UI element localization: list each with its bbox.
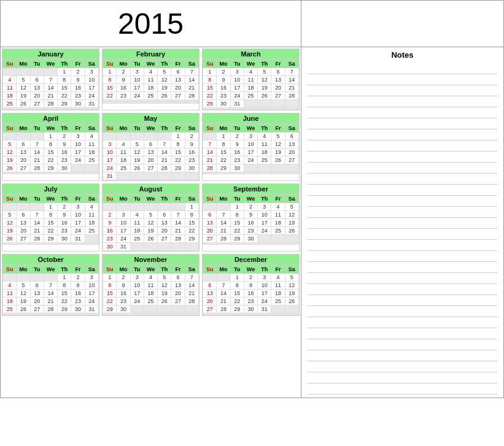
cal-day: 7: [30, 211, 44, 219]
cal-day: 16: [244, 219, 257, 227]
day-header-fr: Fr: [171, 125, 185, 133]
cal-day: 25: [130, 235, 144, 243]
cal-day: 27: [158, 235, 171, 243]
cal-day: 11: [271, 211, 285, 219]
cal-day: 14: [185, 282, 198, 290]
note-line[interactable]: [308, 372, 497, 383]
notes-title: Notes: [304, 50, 500, 60]
note-line[interactable]: [308, 383, 497, 394]
cal-day: 21: [171, 227, 185, 235]
cal-table-august: SuMoTuWeThFrSa12345678910111213141516171…: [103, 194, 199, 251]
cal-table-february: SuMoTuWeThFrSa12345678910111213141516171…: [103, 60, 199, 104]
note-line[interactable]: [308, 74, 497, 85]
note-line[interactable]: [308, 317, 497, 328]
note-line[interactable]: [308, 295, 497, 306]
note-line[interactable]: [308, 273, 497, 284]
cal-day: 27: [171, 298, 185, 306]
day-header-tu: Tu: [130, 195, 144, 203]
cal-day-empty: [285, 243, 298, 245]
cal-day: 1: [103, 274, 117, 282]
cal-day-empty: [271, 172, 285, 174]
cal-day: 26: [17, 306, 30, 313]
cal-day: [285, 100, 298, 108]
note-line[interactable]: [308, 174, 497, 185]
month-block-october: OctoberSuMoTuWeThFrSa1234567891011121314…: [2, 254, 99, 316]
cal-day: 29: [58, 100, 71, 108]
cal-day-empty: [217, 172, 230, 174]
cal-day: 2: [244, 274, 257, 282]
note-line[interactable]: [308, 107, 497, 118]
note-line[interactable]: [308, 284, 497, 295]
cal-day: 7: [44, 282, 57, 290]
note-line[interactable]: [308, 63, 497, 74]
note-line[interactable]: [308, 306, 497, 317]
cal-day: 8: [230, 282, 244, 290]
note-line[interactable]: [308, 85, 497, 96]
cal-day-empty: [230, 172, 244, 174]
cal-day: 26: [17, 100, 30, 108]
cal-day: 15: [103, 84, 117, 92]
note-line[interactable]: [308, 140, 497, 152]
cal-day: 4: [130, 211, 144, 219]
day-header-we: We: [144, 195, 157, 203]
month-block-december: DecemberSuMoTuWeThFrSa123456789101112131…: [202, 254, 300, 316]
cal-day: 26: [3, 235, 17, 243]
cal-day: 11: [3, 290, 17, 298]
cal-day: 6: [271, 68, 285, 76]
day-header-tu: Tu: [30, 125, 44, 133]
note-line[interactable]: [308, 152, 497, 163]
cal-day: 3: [258, 203, 271, 211]
cal-day-empty: [144, 313, 157, 315]
note-line[interactable]: [308, 185, 497, 196]
cal-day: 1: [58, 274, 71, 282]
cal-day: 9: [244, 211, 257, 219]
cal-day: 17: [117, 227, 130, 235]
note-line[interactable]: [308, 118, 497, 129]
cal-day: 18: [271, 219, 285, 227]
note-line[interactable]: [308, 218, 497, 229]
note-line[interactable]: [308, 196, 497, 207]
day-header-we: We: [44, 60, 57, 68]
note-line[interactable]: [308, 240, 497, 251]
note-line[interactable]: [308, 163, 497, 174]
cal-day: 3: [71, 203, 85, 211]
cal-day: 21: [158, 156, 171, 164]
cal-day: [285, 306, 298, 313]
cal-day: 22: [185, 227, 198, 235]
cal-day: 27: [17, 164, 30, 172]
cal-day-empty: [30, 172, 44, 174]
cal-day: 2: [185, 133, 198, 140]
cal-day-empty: [230, 313, 244, 315]
note-line[interactable]: [308, 207, 497, 218]
cal-day: 21: [44, 92, 57, 100]
note-line[interactable]: [308, 129, 497, 140]
day-header-fr: Fr: [71, 266, 85, 274]
cal-day: 17: [130, 84, 144, 92]
note-line[interactable]: [308, 229, 497, 240]
cal-day: [185, 306, 198, 313]
cal-table-april: SuMoTuWeThFrSa12345678910111213141516171…: [2, 124, 99, 174]
day-header-su: Su: [103, 125, 117, 133]
cal-day: 9: [103, 219, 117, 227]
cal-day: 4: [144, 68, 157, 76]
note-line[interactable]: [308, 96, 497, 107]
note-line[interactable]: [308, 350, 497, 361]
cal-day: 23: [244, 298, 257, 306]
note-line[interactable]: [308, 251, 497, 262]
cal-day: 7: [158, 140, 171, 148]
note-line[interactable]: [308, 262, 497, 273]
cal-day: 11: [130, 219, 144, 227]
cal-day: 28: [30, 164, 44, 172]
note-line[interactable]: [308, 339, 497, 350]
day-header-th: Th: [58, 266, 71, 274]
cal-day: 24: [117, 235, 130, 243]
cal-day: 14: [203, 148, 217, 156]
note-line[interactable]: [308, 328, 497, 339]
day-header-th: Th: [158, 195, 171, 203]
cal-day: 31: [85, 306, 98, 313]
cal-day: 8: [103, 76, 117, 84]
day-header-fr: Fr: [271, 125, 285, 133]
cal-day: 15: [185, 219, 198, 227]
note-line[interactable]: [308, 361, 497, 372]
cal-day: 21: [217, 227, 230, 235]
